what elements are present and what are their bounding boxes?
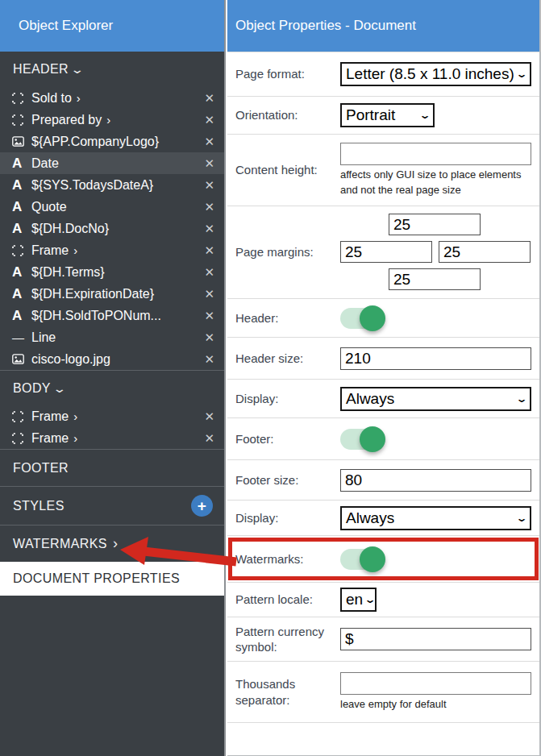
footer-display-select[interactable]: Always ⌄ xyxy=(340,506,531,530)
remove-icon[interactable]: ✕ xyxy=(204,156,214,171)
tree-item-cisco-logo[interactable]: cisco-logo.jpg ✕ xyxy=(0,348,224,370)
pattern-locale-label: Pattern locale: xyxy=(235,592,340,608)
section-footer[interactable]: FOOTER xyxy=(0,449,224,486)
chevron-right-icon: › xyxy=(73,431,77,445)
section-header-label: HEADER xyxy=(13,62,69,77)
row-pattern-locale: Pattern locale: en ⌄ xyxy=(227,582,539,617)
image-icon xyxy=(12,136,31,147)
remove-icon[interactable]: ✕ xyxy=(204,431,214,446)
text-icon: A xyxy=(12,264,31,280)
item-label: Frame xyxy=(31,409,69,424)
footer-size-label: Footer size: xyxy=(235,472,340,488)
content-height-label: Content height: xyxy=(235,162,340,178)
pattern-locale-select[interactable]: en ⌄ xyxy=(340,588,377,612)
document-properties-item[interactable]: DOCUMENT PROPERTIES xyxy=(0,562,224,596)
remove-icon[interactable]: ✕ xyxy=(204,178,214,193)
header-display-value: Always xyxy=(346,390,394,408)
tree-item-expiration-date[interactable]: A ${DH.ExpirationDate} ✕ xyxy=(0,283,224,305)
chevron-right-icon: › xyxy=(73,243,77,257)
orientation-select[interactable]: Portrait ⌄ xyxy=(340,103,435,127)
page-format-select[interactable]: Letter (8.5 x 11.0 inches) ⌄ xyxy=(340,62,531,86)
remove-icon[interactable]: ✕ xyxy=(204,265,214,280)
tree-item-body-frame-2[interactable]: Frame › ✕ xyxy=(0,427,224,449)
remove-icon[interactable]: ✕ xyxy=(204,409,214,424)
chevron-right-icon: › xyxy=(77,91,81,105)
item-label: ${SYS.TodaysDateA} xyxy=(31,178,153,193)
tree-item-prepared-by[interactable]: Prepared by › ✕ xyxy=(0,109,224,131)
right-panel-filler xyxy=(227,722,539,755)
add-style-button[interactable]: + xyxy=(191,495,213,517)
tree-item-company-logo[interactable]: ${APP.CompanyLogo} ✕ xyxy=(0,131,224,152)
section-styles[interactable]: STYLES + xyxy=(0,486,224,525)
chevron-down-icon: ⌄ xyxy=(515,69,527,80)
pattern-locale-value: en xyxy=(346,591,363,609)
tree-item-docno[interactable]: A ${DH.DocNo} ✕ xyxy=(0,218,224,239)
margin-bottom-input[interactable] xyxy=(389,268,481,290)
frame-icon xyxy=(12,245,31,256)
header-display-select[interactable]: Always ⌄ xyxy=(340,387,531,411)
remove-icon[interactable]: ✕ xyxy=(204,222,214,236)
footer-toggle[interactable] xyxy=(340,429,384,450)
remove-icon[interactable]: ✕ xyxy=(204,330,214,345)
item-label: Date xyxy=(31,156,59,171)
left-panel-filler xyxy=(0,596,224,756)
margin-left-input[interactable] xyxy=(340,241,432,263)
row-thousands-separator: Thousands separator: leave empty for def… xyxy=(227,661,539,722)
image-icon xyxy=(12,354,31,364)
section-footer-label: FOOTER xyxy=(13,461,69,476)
header-size-input[interactable] xyxy=(340,347,531,370)
tree-item-date[interactable]: A Date ✕ xyxy=(0,152,224,174)
chevron-down-icon: ⌄ xyxy=(70,63,85,76)
section-styles-label: STYLES xyxy=(13,499,65,513)
row-page-format: Page format: Letter (8.5 x 11.0 inches) … xyxy=(227,52,539,96)
section-watermarks[interactable]: WATERMARKS › xyxy=(0,525,224,562)
tree-item-frame[interactable]: Frame › ✕ xyxy=(0,239,224,261)
page-format-label: Page format: xyxy=(235,66,340,82)
tree-item-quote[interactable]: A Quote ✕ xyxy=(0,196,224,218)
tree-item-terms[interactable]: A ${DH.Terms} ✕ xyxy=(0,261,224,283)
tree-item-sold-to[interactable]: Sold to › ✕ xyxy=(0,87,224,109)
tree-item-todays-date[interactable]: A ${SYS.TodaysDateA} ✕ xyxy=(0,174,224,196)
orientation-value: Portrait xyxy=(346,106,395,124)
chevron-right-icon: › xyxy=(106,113,110,127)
remove-icon[interactable]: ✕ xyxy=(204,135,214,149)
section-header[interactable]: HEADER ⌄ xyxy=(0,52,224,87)
text-icon: A xyxy=(12,177,31,193)
tree-item-soldto-ponum[interactable]: A ${DH.SoldToPONum... ✕ xyxy=(0,305,224,326)
header-toggle-label: Header: xyxy=(235,310,340,326)
remove-icon[interactable]: ✕ xyxy=(204,113,214,127)
footer-size-input[interactable] xyxy=(340,469,531,492)
text-icon: A xyxy=(12,156,31,172)
remove-icon[interactable]: ✕ xyxy=(204,352,214,367)
item-label: ${DH.ExpirationDate} xyxy=(31,287,154,301)
footer-display-label: Display: xyxy=(235,510,340,526)
content-height-input[interactable] xyxy=(340,143,531,165)
frame-icon xyxy=(12,411,31,422)
header-toggle[interactable] xyxy=(340,308,384,329)
tree-item-line[interactable]: — Line ✕ xyxy=(0,326,224,348)
chevron-down-icon: ⌄ xyxy=(515,393,527,405)
pattern-currency-input[interactable] xyxy=(340,628,531,650)
remove-icon[interactable]: ✕ xyxy=(204,200,214,214)
margin-right-input[interactable] xyxy=(439,241,531,263)
item-label: Frame xyxy=(31,243,69,258)
section-body[interactable]: BODY ⌄ xyxy=(0,370,224,405)
remove-icon[interactable]: ✕ xyxy=(204,309,214,323)
item-label: ${DH.Terms} xyxy=(31,265,105,280)
item-label: Frame xyxy=(31,431,69,446)
row-content-height: Content height: affects only GUI size to… xyxy=(227,134,539,206)
watermarks-toggle[interactable] xyxy=(340,549,384,570)
margin-top-input[interactable] xyxy=(389,214,481,235)
thousands-separator-input[interactable] xyxy=(340,672,531,695)
object-properties-title: Object Properties - Document xyxy=(227,0,539,52)
frame-icon xyxy=(12,93,31,104)
frame-icon xyxy=(12,433,31,444)
toggle-knob xyxy=(360,305,385,331)
remove-icon[interactable]: ✕ xyxy=(204,287,214,301)
chevron-right-icon: › xyxy=(73,409,77,423)
orientation-label: Orientation: xyxy=(235,107,340,123)
remove-icon[interactable]: ✕ xyxy=(204,91,214,106)
remove-icon[interactable]: ✕ xyxy=(204,243,214,258)
row-footer-size: Footer size: xyxy=(227,459,539,500)
tree-item-body-frame-1[interactable]: Frame › ✕ xyxy=(0,405,224,427)
